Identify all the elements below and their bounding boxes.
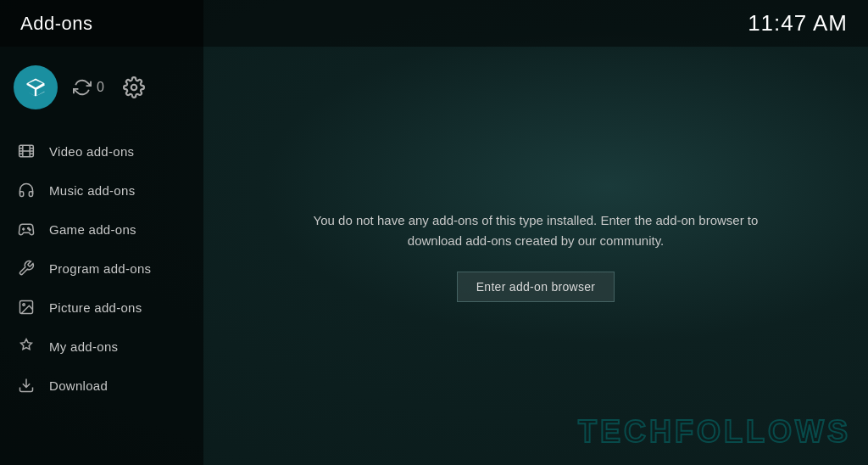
download-label: Download (49, 378, 108, 393)
sidebar-item-download[interactable]: Download (0, 366, 203, 405)
sidebar-item-video[interactable]: Video add-ons (0, 132, 203, 171)
settings-button[interactable] (120, 76, 145, 98)
sidebar-item-picture[interactable]: Picture add-ons (0, 288, 203, 327)
picture-addons-label: Picture add-ons (49, 300, 142, 315)
download-icon (17, 376, 36, 395)
refresh-icon (73, 78, 92, 97)
picture-icon (17, 298, 36, 317)
svg-point-5 (23, 304, 25, 306)
svg-point-3 (29, 229, 31, 231)
music-addons-label: Music add-ons (49, 183, 135, 198)
clock: 11:47 AM (748, 10, 848, 36)
program-addons-label: Program add-ons (49, 261, 151, 276)
sidebar-top-icons: 0 (0, 55, 203, 123)
game-addons-label: Game add-ons (49, 222, 136, 237)
gamepad-icon (17, 220, 36, 238)
page-title: Add-ons (20, 13, 92, 35)
update-count: 0 (97, 80, 104, 95)
headphones-icon (17, 181, 36, 199)
addon-box-button[interactable] (14, 65, 58, 109)
video-addons-label: Video add-ons (49, 144, 134, 159)
sidebar: 0 Video add-ons (0, 0, 203, 465)
sidebar-item-myaddon[interactable]: My add-ons (0, 327, 203, 366)
sidebar-item-music[interactable]: Music add-ons (0, 171, 203, 210)
header: Add-ons 11:47 AM (0, 0, 868, 47)
enter-browser-button[interactable]: Enter add-on browser (457, 272, 615, 302)
my-addons-label: My add-ons (49, 339, 118, 354)
main-content: You do not have any add-ons of this type… (203, 47, 868, 465)
wrench-icon (17, 259, 36, 277)
svg-point-0 (131, 85, 137, 91)
sidebar-item-program[interactable]: Program add-ons (0, 249, 203, 288)
refresh-button[interactable]: 0 (73, 78, 104, 97)
sidebar-item-game[interactable]: Game add-ons (0, 210, 203, 249)
empty-message: You do not have any add-ons of this type… (307, 210, 765, 251)
film-icon (17, 142, 36, 160)
sidebar-nav: Video add-ons Music add-ons (0, 132, 203, 405)
gear-star-icon (17, 337, 36, 356)
box-icon (24, 76, 47, 99)
gear-icon (123, 76, 145, 98)
